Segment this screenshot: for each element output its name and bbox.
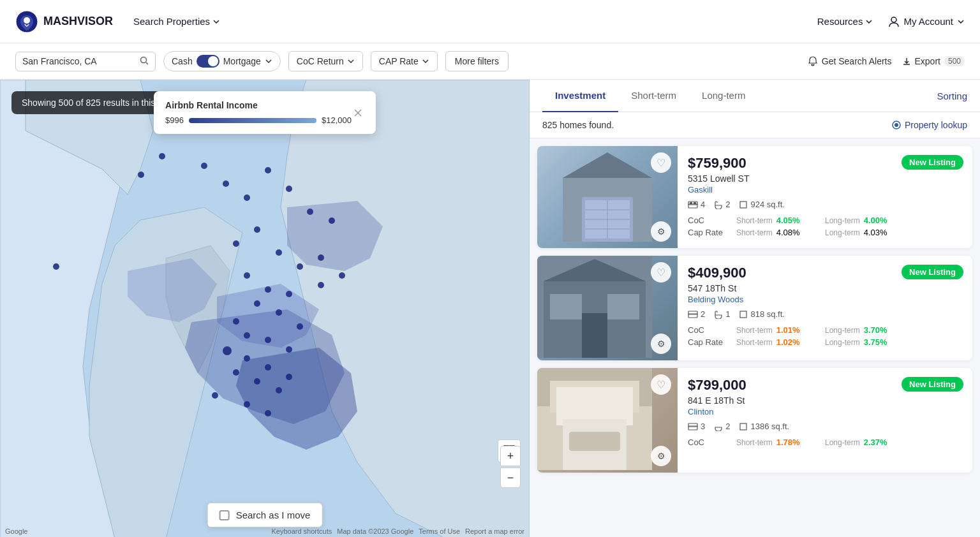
map-pin[interactable] — [265, 410, 271, 416]
map-pin[interactable] — [297, 323, 303, 330]
map-pin[interactable] — [276, 309, 282, 316]
map-pin[interactable] — [307, 209, 313, 215]
map-pin[interactable] — [265, 337, 271, 343]
property-settings-button[interactable]: ⚙ — [651, 446, 671, 466]
area-icon — [739, 200, 748, 209]
bath-icon — [714, 200, 723, 209]
my-account-nav[interactable]: My Account — [888, 16, 965, 27]
coc-metric: CoC Short-term 1.78% — [688, 438, 825, 447]
sorting-button[interactable]: Sorting — [937, 80, 967, 112]
close-icon[interactable] — [352, 107, 364, 119]
beds-spec: 4 — [688, 200, 705, 209]
map-pin[interactable] — [233, 369, 239, 376]
map-background: Showing 500 of 825 results in this area … — [0, 80, 530, 537]
favorite-button[interactable]: ♡ — [651, 262, 671, 283]
cap-short-val: 1.02% — [776, 337, 800, 347]
property-neighborhood[interactable]: Gaskill — [688, 185, 962, 195]
export-count: 500 — [944, 56, 965, 66]
cap-long-metric: Long-term 3.75% — [825, 337, 962, 347]
search-as-move-checkbox[interactable] — [219, 510, 230, 520]
map-pin[interactable] — [244, 272, 250, 279]
airbnb-slider[interactable]: $996 $12,000 — [165, 115, 352, 125]
svg-rect-29 — [607, 294, 639, 320]
results-bar: 825 homes found. Property lookup — [530, 112, 980, 138]
map-pin[interactable] — [244, 401, 250, 408]
logo[interactable]: MASHVISOR — [15, 10, 113, 33]
slider-track[interactable] — [189, 118, 316, 123]
map-pin[interactable] — [201, 163, 207, 169]
map-pin[interactable] — [233, 240, 239, 247]
search-as-move-button[interactable]: Search as I move — [207, 503, 323, 527]
map-pin[interactable] — [276, 387, 282, 394]
map-pin[interactable] — [254, 226, 260, 233]
map-pin[interactable] — [233, 318, 239, 325]
map-pin[interactable] — [297, 263, 303, 270]
cap-rate-filter[interactable]: CAP Rate — [371, 51, 438, 71]
map-pin[interactable] — [265, 364, 271, 371]
header: MASHVISOR Search Properties Resources My… — [0, 0, 980, 43]
map-pin[interactable] — [265, 286, 271, 293]
map-pin[interactable] — [223, 346, 232, 355]
map-pin[interactable] — [244, 355, 250, 362]
map-pin[interactable] — [223, 180, 229, 187]
map-pin[interactable] — [318, 254, 324, 261]
property-metrics: CoC Short-term 1.01% Long-term 3.70% Cap… — [688, 325, 962, 347]
search-input[interactable] — [22, 56, 135, 66]
zoom-out-button[interactable]: − — [500, 467, 521, 488]
filter-bar: Cash Mortgage CoC Return CAP Rate More f… — [0, 43, 980, 80]
favorite-button[interactable]: ♡ — [651, 152, 671, 173]
baths-spec: 1 — [714, 309, 730, 319]
map-pin[interactable] — [53, 263, 59, 270]
map-panel[interactable]: Showing 500 of 825 results in this area … — [0, 80, 530, 537]
tab-long-term[interactable]: Long-term — [689, 80, 758, 112]
get-search-alerts-button[interactable]: Get Search Alerts — [808, 56, 892, 66]
property-address: 547 18Th St — [688, 283, 962, 293]
search-icon[interactable] — [140, 56, 149, 67]
more-filters-button[interactable]: More filters — [445, 51, 509, 71]
map-pin[interactable] — [286, 374, 292, 380]
map-pin[interactable] — [212, 392, 218, 399]
airbnb-popup-content: Airbnb Rental Income $996 $12,000 — [165, 100, 352, 125]
map-pin[interactable] — [254, 378, 260, 385]
map-pin[interactable] — [286, 346, 292, 353]
map-pin[interactable] — [276, 249, 282, 256]
map-pin[interactable] — [286, 186, 292, 192]
resources-nav[interactable]: Resources — [817, 16, 873, 27]
zoom-in-button[interactable]: + — [500, 446, 521, 466]
export-button[interactable]: Export 500 — [902, 56, 965, 66]
svg-point-3 — [141, 57, 147, 63]
property-settings-button[interactable]: ⚙ — [651, 334, 671, 354]
search-properties-nav[interactable]: Search Properties — [133, 16, 220, 27]
map-pin[interactable] — [244, 195, 250, 201]
toggle-switch[interactable] — [197, 55, 219, 68]
toggle-knob — [208, 56, 218, 66]
map-pin[interactable] — [159, 153, 165, 159]
property-neighborhood[interactable]: Clinton — [688, 407, 962, 416]
map-pin[interactable] — [138, 172, 144, 178]
tab-investment[interactable]: Investment — [542, 80, 618, 112]
map-pin[interactable] — [318, 282, 324, 288]
property-lookup-link[interactable]: Property lookup — [892, 120, 967, 130]
property-card: ♡ ⚙ New Listing $759,900 5315 Lowell ST … — [537, 146, 972, 248]
favorite-button[interactable]: ♡ — [651, 374, 671, 395]
map-pin[interactable] — [244, 332, 250, 339]
cash-mortgage-toggle[interactable]: Cash Mortgage — [163, 51, 281, 71]
baths-spec: 2 — [714, 422, 730, 431]
map-pin[interactable] — [329, 217, 335, 224]
coc-metric: CoC Short-term 1.01% — [688, 325, 825, 335]
property-address: 841 E 18Th St — [688, 395, 962, 406]
property-neighborhood[interactable]: Belding Woods — [688, 295, 962, 304]
property-metrics: CoC Short-term 4.05% Long-term 4.00% Cap… — [688, 216, 962, 237]
mortgage-label: Mortgage — [223, 56, 261, 66]
coc-return-filter[interactable]: CoC Return — [288, 51, 363, 71]
property-settings-button[interactable]: ⚙ — [651, 221, 671, 242]
coc-long-metric: Long-term 4.00% — [825, 216, 962, 225]
tab-short-term[interactable]: Short-term — [618, 80, 689, 112]
map-pin[interactable] — [254, 300, 260, 307]
bath-icon — [714, 422, 723, 431]
map-pin[interactable] — [339, 272, 345, 279]
map-pin[interactable] — [265, 167, 271, 173]
coc-short-val: 4.05% — [776, 216, 800, 225]
map-pin[interactable] — [286, 291, 292, 297]
search-box[interactable] — [15, 52, 156, 71]
